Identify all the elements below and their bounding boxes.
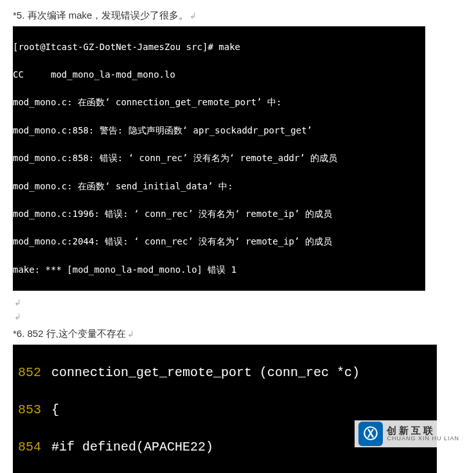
return-mark: ↲: [13, 298, 21, 307]
blank-line: ↲: [13, 307, 463, 325]
brand-logo-text: 创新互联 CHUANG XIN HU LIAN: [387, 426, 459, 442]
terminal-output-line: mod_mono.c:858: 警告: 隐式声明函数‘ apr_sockaddr…: [13, 124, 425, 138]
terminal-output-line: mod_mono.c:858: 错误: ‘ conn_rec’ 没有名为‘ re…: [13, 151, 425, 166]
return-mark: ↲: [126, 329, 134, 339]
line-number: 854: [13, 440, 44, 454]
terminal-output-line: CC mod_mono_la-mod_mono.lo: [13, 68, 425, 82]
section5-title-text: *5. 再次编译 make，发现错误少了很多。: [13, 10, 188, 21]
section6-heading: *6. 852 行,这个变量不存在↲: [13, 325, 463, 342]
return-mark: ↲: [13, 312, 21, 322]
terminal-output-line: mod_mono.c:2044: 错误: ‘ conn_rec’ 没有名为‘ r…: [13, 235, 425, 249]
line-number: 853: [13, 402, 44, 417]
brand-name-cn: 创新互联: [387, 426, 459, 436]
section5-heading: *5. 再次编译 make，发现错误少了很多。↲: [13, 6, 463, 24]
code-line: 852 connection_get_remote_port (conn_rec…: [13, 363, 437, 382]
brand-logo-icon: Ⓧ: [358, 422, 383, 446]
brand-watermark: Ⓧ 创新互联 CHUANG XIN HU LIAN: [355, 420, 463, 447]
terminal-output-line: mod_mono.c:1996: 错误: ‘ conn_rec’ 没有名为‘ r…: [13, 207, 425, 221]
terminal-output-line: make: *** [mod_mono_la-mod_mono.lo] 错误 1: [13, 263, 425, 277]
code-text: connection_get_remote_port (conn_rec *c): [51, 365, 360, 380]
brand-name-en: CHUANG XIN HU LIAN: [387, 436, 459, 442]
section6-title-text: *6. 852 行,这个变量不存在: [13, 328, 126, 339]
code-text: {: [51, 402, 59, 417]
code-line: 853 {: [13, 400, 437, 419]
return-mark: ↲: [188, 11, 197, 21]
terminal-output-line: mod_mono.c: 在函数‘ connection_get_remote_p…: [13, 96, 425, 110]
terminal-make-output: [root@Itcast-GZ-DotNet-JamesZou src]# ma…: [13, 26, 425, 291]
terminal-output-line: mod_mono.c: 在函数‘ send_initial_data’ 中:: [13, 180, 425, 194]
code-text: #if defined(APACHE22): [51, 440, 213, 454]
terminal-prompt-line: [root@Itcast-GZ-DotNet-JamesZou src]# ma…: [13, 40, 425, 55]
code-block-original: 852 connection_get_remote_port (conn_rec…: [13, 345, 437, 473]
line-number: 852: [13, 365, 44, 380]
